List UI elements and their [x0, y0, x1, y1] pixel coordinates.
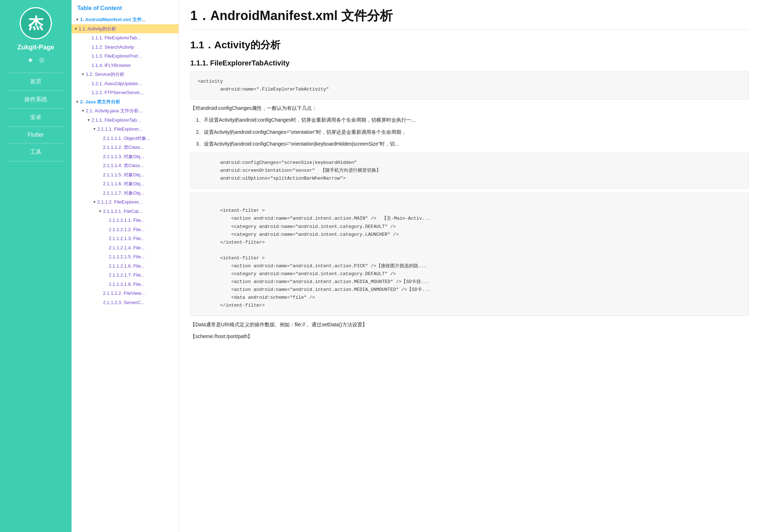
toc-link-1-1-3[interactable]: 1.1.3. FileExplorerPref... [92, 53, 142, 60]
toc-toggle-1-1[interactable]: ▼ [73, 26, 79, 31]
avatar-text: 杰 [28, 13, 43, 33]
toc-item-2-1-1-1-2[interactable]: 2.1.1.1.2. 类Class... [72, 143, 178, 152]
toc-link-2-1-1-1-5[interactable]: 2.1.1.1.5. 对象Obj... [103, 171, 144, 179]
toc-item-l6-1[interactable]: 2.1.1.2.1.1. File... [72, 216, 178, 225]
toc-item-2-1-1-1[interactable]: ▼ 2.1.1.1. FileExplorer... [72, 125, 178, 134]
main-h2: 1.1．Activity的分析 [190, 38, 749, 52]
toc-item-2-1-1-1-3[interactable]: 2.1.1.1.3. 对象Obj... [72, 152, 178, 161]
toc-item-2-1[interactable]: ▼ 2.1. Activity.java 文件分析... [72, 106, 178, 116]
toc-link-2-1-1-1[interactable]: 2.1.1.1. FileExplorer... [97, 126, 142, 133]
toc-link-2-1-1-1-1[interactable]: 2.1.1.1.1. Object对象... [103, 135, 150, 142]
toc-link-2-1-1-2[interactable]: 2.1.1.2. FileExplorer... [97, 199, 142, 206]
toc-toggle-1-2-1 [86, 80, 92, 86]
star-icon[interactable]: ★ [28, 56, 33, 64]
toc-toggle-1-1-4 [86, 62, 92, 68]
toc-item-2-1-1-2-1[interactable]: ▼ 2.1.1.2.1. FileCat... [72, 207, 178, 216]
toc-link-l6-8[interactable]: 2.1.1.2.1.8. File... [109, 281, 144, 288]
toc-link-2-1-1-1-4[interactable]: 2.1.1.1.4. 类Class... [103, 162, 144, 169]
toc-item-1-1-2[interactable]: 1.1.2. SearchActivity [72, 43, 178, 52]
toc-item-l6-6[interactable]: 2.1.1.2.1.6. File... [72, 262, 178, 271]
toc-toggle-2-1-1[interactable]: ▼ [86, 117, 92, 123]
description-2: 【Data通常是URI格式定义的操作数据。例如：file:// 。通过setDa… [190, 320, 749, 329]
toc-link-1-1-1[interactable]: 1.1.1. FileExplorerTab... [92, 34, 141, 42]
toc-link-2-1-1-1-3[interactable]: 2.1.1.1.3. 对象Obj... [103, 153, 144, 160]
toc-link-l6-2[interactable]: 2.1.1.2.1.2. File... [109, 226, 144, 233]
sidebar-item-flutter[interactable]: Flutter [0, 128, 72, 142]
toc-item-2-1-1-1-1[interactable]: 2.1.1.1.1. Object对象... [72, 134, 178, 143]
toc-item-l6-3[interactable]: 2.1.1.2.1.3. File... [72, 234, 178, 243]
toc-item-l6-5[interactable]: 2.1.1.2.1.5. File... [72, 252, 178, 262]
toc-link-1-1-4[interactable]: 1.1.4. IFLYBrowser [92, 62, 131, 69]
github-icon[interactable]: ⊙ [39, 56, 44, 64]
toc-toggle-2-1[interactable]: ▼ [80, 108, 86, 114]
desc-item-1: 1、不设置Activity的android:configChanges时，切屏会… [190, 116, 749, 125]
toc-item-1-2-1[interactable]: 1.2.1. AseoZdpUpdate... [72, 79, 178, 88]
toc-link-l6-5[interactable]: 2.1.1.2.1.5. File... [109, 253, 144, 260]
toc-link-1-2-1[interactable]: 1.2.1. AseoZdpUpdate... [92, 80, 142, 87]
toc-item-1-1-1[interactable]: 1.1.1. FileExplorerTab... [72, 33, 178, 43]
toc-item-l6-8[interactable]: 2.1.1.2.1.8. File... [72, 280, 178, 289]
toc-item-l6-2[interactable]: 2.1.1.2.1.2. File... [72, 225, 178, 234]
toc-link-2-1-1-1-6[interactable]: 2.1.1.1.6. 对象Obj... [103, 180, 144, 187]
toc-link-2-1[interactable]: 2.1. Activity.java 文件分析... [86, 107, 143, 114]
sidebar-item-android[interactable]: 安卓 [0, 110, 72, 125]
code-block-2: android:configChanges="screenSize|keyboa… [190, 153, 749, 189]
toc-item-1-1-3[interactable]: 1.1.3. FileExplorerPref... [72, 52, 178, 61]
toc-toggle-2[interactable]: ▼ [74, 99, 80, 104]
toc-item-2-1-1-1-5[interactable]: 2.1.1.1.5. 对象Obj... [72, 170, 178, 180]
toc-toggle-1-2[interactable]: ▼ [80, 72, 86, 77]
toc-toggle-1-1-2 [86, 44, 92, 50]
toc-item-l6-4[interactable]: 2.1.1.2.1.4. File... [72, 243, 178, 253]
toc-toggle-1-2-2 [86, 90, 92, 96]
toc-toggle-2-1-1-2[interactable]: ▼ [92, 199, 97, 205]
toc-item-2-1-1-1-6[interactable]: 2.1.1.1.6. 对象Obj... [72, 179, 178, 189]
toc-item-1-1[interactable]: ▼ 1.1. Activity的分析 [72, 24, 178, 34]
sidebar-item-os[interactable]: 操作系统 [0, 92, 72, 107]
avatar: 杰 [20, 7, 52, 39]
toc-item-2-1-1-1-4[interactable]: 2.1.1.1.4. 类Class... [72, 161, 178, 170]
toc-toggle-1-1-3 [86, 53, 92, 59]
toc-item-2-1-1-1-7[interactable]: 2.1.1.1.7. 对象Obj... [72, 189, 178, 198]
toc-toggle-sp1 [97, 135, 103, 141]
toc-item-2[interactable]: ▼ 2. Java 类文件分析 [72, 97, 178, 107]
sidebar-item-home[interactable]: 首页 [0, 74, 72, 89]
toc-link-l6-1[interactable]: 2.1.1.2.1.1. File... [109, 217, 144, 224]
toc-toggle-2-1-1-1[interactable]: ▼ [92, 126, 97, 132]
divider-3 [7, 108, 64, 109]
divider-4 [7, 126, 64, 127]
desc-item-2: 2、设置Activity的android:configChanges="orie… [190, 128, 749, 137]
toc-link-l6-3[interactable]: 2.1.1.2.1.3. File... [109, 235, 144, 242]
toc-item-2-1-1-2-2[interactable]: 2.1.1.2.2. FileView... [72, 289, 178, 298]
toc-link-2-1-1-1-2[interactable]: 2.1.1.1.2. 类Class... [103, 144, 144, 151]
toc-link-2[interactable]: 2. Java 类文件分析 [80, 98, 120, 106]
toc-link-l6-7[interactable]: 2.1.1.2.1.7. File... [109, 272, 144, 279]
toc-link-1[interactable]: 1. AndroidManifest.xml 文件... [80, 16, 146, 23]
toc-link-1-2[interactable]: 1.2. Service的分析 [86, 71, 124, 78]
toc-item-1-2-2[interactable]: 1.2.2. FTPServerServic... [72, 88, 178, 97]
toc-link-2-1-1[interactable]: 2.1.1. FileExplorerTab... [92, 117, 141, 124]
toc-link-1-1[interactable]: 1.1. Activity的分析 [79, 25, 116, 33]
sidebar: 杰 Zukgit-Page ★ ⊙ 首页 操作系统 安卓 Flutter 工具 [0, 0, 72, 532]
toc-item-1[interactable]: ▼ 1. AndroidManifest.xml 文件... [72, 15, 178, 24]
toc-link-1-2-2[interactable]: 1.2.2. FTPServerServic... [92, 89, 144, 96]
toc-item-1-1-4[interactable]: 1.1.4. IFLYBrowser [72, 61, 178, 70]
sidebar-item-tools[interactable]: 工具 [0, 145, 72, 160]
toc-link-l6-6[interactable]: 2.1.1.2.1.6. File... [109, 263, 144, 270]
toc-toggle-1-1-1 [86, 35, 92, 41]
toc-item-2-1-1-2[interactable]: ▼ 2.1.1.2. FileExplorer... [72, 197, 178, 207]
toc-item-1-2[interactable]: ▼ 1.2. Service的分析 [72, 70, 178, 79]
toc-item-l6-7[interactable]: 2.1.1.2.1.7. File... [72, 270, 178, 280]
toc-link-2-1-1-2-3[interactable]: 2.1.1.2.3. ServerC... [103, 299, 144, 306]
toc-link-2-1-1-1-7[interactable]: 2.1.1.1.7. 对象Obj... [103, 190, 144, 197]
main-h3: 1.1.1. FileExplorerTabActivity [190, 59, 749, 67]
toc-link-1-1-2[interactable]: 1.1.2. SearchActivity [92, 44, 134, 51]
toc-link-2-1-1-2-2[interactable]: 2.1.1.2.2. FileView... [103, 290, 145, 297]
toc-item-2-1-1-2-3[interactable]: 2.1.1.2.3. ServerC... [72, 298, 178, 307]
toc-link-2-1-1-2-1[interactable]: 2.1.1.2.1. FileCat... [103, 208, 142, 215]
divider-5 [7, 143, 64, 143]
toc-toggle-2-1-1-2-1[interactable]: ▼ [97, 208, 103, 214]
toc-toggle-1[interactable]: ▼ [74, 17, 80, 23]
toc-link-l6-4[interactable]: 2.1.1.2.1.4. File... [109, 244, 144, 252]
toc-item-2-1-1[interactable]: ▼ 2.1.1. FileExplorerTab... [72, 116, 178, 125]
toc-panel: Table of Content ▼ 1. AndroidManifest.xm… [72, 0, 179, 532]
